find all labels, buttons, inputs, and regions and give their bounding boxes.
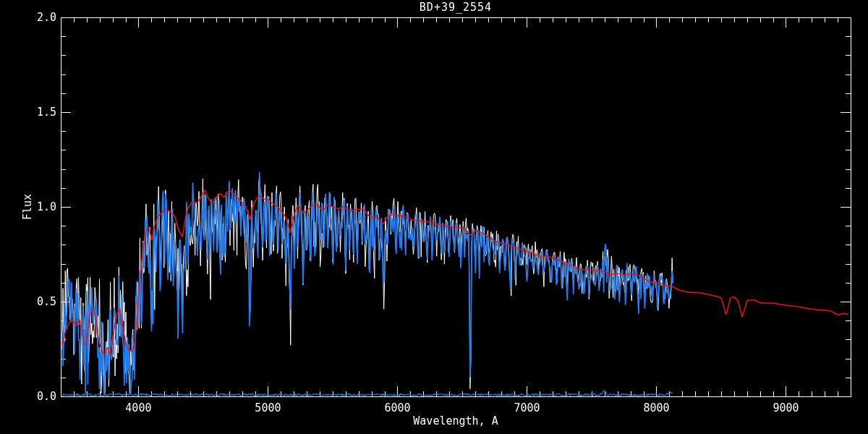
spectrum-plot-canvas [0,0,868,434]
x-tick-label-7000: 7000 [501,402,553,414]
x-tick-label-5000: 5000 [242,402,294,414]
y-tick-label-1.5: 1.5 [27,106,56,118]
plot-title: BD+39_2554 [61,1,851,13]
x-tick-label-4000: 4000 [112,402,164,414]
x-tick-label-8000: 8000 [630,402,682,414]
y-tick-label-2.0: 2.0 [27,12,56,23]
y-tick-label-0.0: 0.0 [27,391,56,402]
y-tick-label-0.5: 0.5 [27,296,56,307]
x-tick-label-9000: 9000 [760,402,812,414]
x-tick-label-6000: 6000 [371,402,423,414]
x-axis-label: Wavelength, A [61,415,851,427]
plot-window: BD+39_2554 Wavelength, A Flux 0.00.51.01… [0,0,868,434]
y-tick-label-1.0: 1.0 [27,201,56,213]
